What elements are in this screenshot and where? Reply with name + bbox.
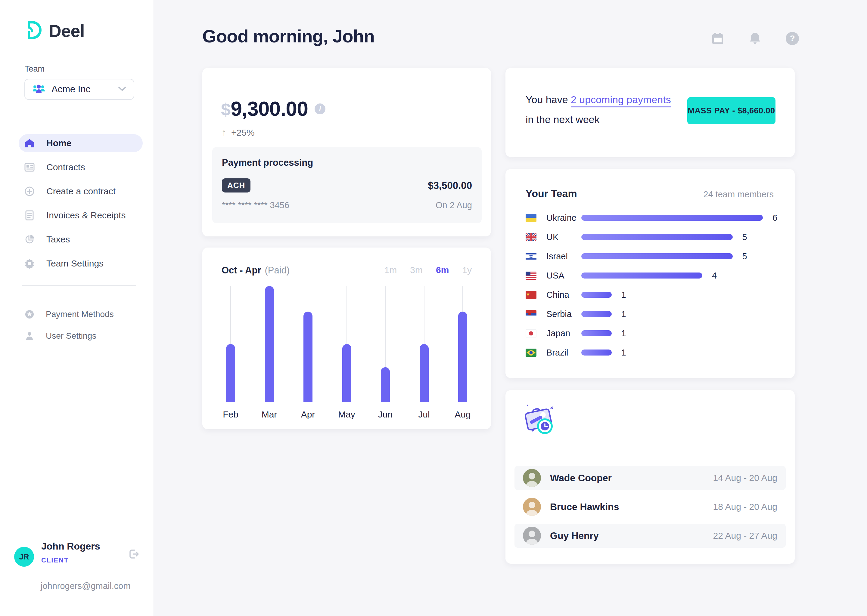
range-6m[interactable]: 6m bbox=[436, 265, 449, 275]
sidebar-item-team-settings[interactable]: Team Settings bbox=[19, 255, 143, 272]
x-axis-labels: Feb Mar Apr May Jun Jul Aug bbox=[221, 409, 472, 420]
x-tick: Jul bbox=[415, 409, 434, 420]
upcoming-payments-text: You have 2 upcoming payments in the next… bbox=[526, 90, 671, 129]
user-name: John Rogers bbox=[41, 541, 100, 552]
bar-column bbox=[376, 286, 395, 402]
country-bar bbox=[581, 234, 733, 240]
country-label: Serbia bbox=[546, 309, 581, 319]
team-members-count: 24 team members bbox=[703, 190, 774, 200]
flag-serbia-icon bbox=[526, 310, 536, 318]
sidebar-item-label: Contracts bbox=[46, 162, 85, 172]
arrow-up-icon: ↑ bbox=[222, 127, 226, 138]
country-bar bbox=[581, 349, 612, 355]
sidebar-item-taxes[interactable]: Taxes bbox=[19, 230, 143, 248]
x-tick: Apr bbox=[298, 409, 318, 420]
team-country-list: Ukraine 6 UK 5 Israel 5 USA 4 bbox=[526, 208, 783, 362]
processing-amount: $3,500.00 bbox=[428, 180, 472, 191]
sidebar: Deel Team Acme Inc Home bbox=[0, 0, 154, 616]
team-country-row: USA 4 bbox=[526, 266, 783, 285]
person-icon bbox=[24, 330, 35, 341]
employee-name: Bruce Hawkins bbox=[550, 501, 619, 512]
time-off-dates: 22 Aug - 27 Aug bbox=[713, 531, 777, 541]
deel-dashboard: Deel Team Acme Inc Home bbox=[0, 0, 867, 616]
country-bar bbox=[581, 253, 733, 259]
time-off-row[interactable]: Bruce Hawkins 18 Aug - 20 Aug bbox=[514, 495, 786, 519]
suitcase-clock-illustration-icon bbox=[523, 402, 555, 438]
time-off-dates: 14 Aug - 20 Aug bbox=[713, 473, 777, 483]
country-bar bbox=[581, 330, 612, 336]
sidebar-item-invoices[interactable]: Invoices & Receipts bbox=[19, 206, 143, 225]
payment-processing-panel: Payment processing ACH $3,500.00 **** **… bbox=[212, 147, 482, 223]
country-bar bbox=[581, 292, 612, 298]
sidebar-item-payment-methods[interactable]: Payment Methods bbox=[24, 305, 154, 323]
text-after-link: in the next week bbox=[526, 114, 600, 125]
star-circle-icon bbox=[24, 309, 35, 320]
country-count: 6 bbox=[772, 213, 777, 223]
currency-symbol: $ bbox=[221, 99, 230, 119]
avatar bbox=[523, 469, 541, 487]
logout-icon[interactable] bbox=[128, 548, 140, 561]
payment-processing-title: Payment processing bbox=[222, 157, 472, 168]
range-1y[interactable]: 1y bbox=[462, 265, 472, 275]
calendar-icon[interactable] bbox=[711, 31, 725, 46]
team-country-row: Serbia 1 bbox=[526, 304, 783, 324]
upcoming-payments-link[interactable]: 2 upcoming payments bbox=[571, 94, 671, 107]
country-label: Israel bbox=[546, 251, 581, 261]
help-icon[interactable]: ? bbox=[785, 31, 799, 46]
mass-pay-button[interactable]: MASS PAY - $8,660.00 bbox=[687, 97, 776, 124]
range-3m[interactable]: 3m bbox=[410, 265, 422, 275]
deel-logo-icon bbox=[25, 20, 44, 41]
team-people-icon bbox=[32, 83, 46, 95]
avatar bbox=[523, 526, 541, 545]
country-label: UK bbox=[546, 232, 581, 242]
chevron-down-icon bbox=[118, 86, 126, 92]
time-off-row[interactable]: Wade Cooper 14 Aug - 20 Aug bbox=[514, 466, 786, 490]
flag-japan-icon bbox=[526, 329, 536, 338]
country-count: 1 bbox=[621, 328, 626, 338]
sidebar-item-home[interactable]: Home bbox=[19, 134, 143, 152]
text-before-link: You have bbox=[526, 94, 568, 105]
sidebar-item-user-settings[interactable]: User Settings bbox=[24, 327, 154, 345]
chart-title-range: Oct - Apr bbox=[222, 265, 261, 276]
delta-row: ↑ +25% bbox=[222, 127, 255, 138]
amount-value: 9,300.00 bbox=[230, 97, 308, 120]
sidebar-item-contracts[interactable]: Contracts bbox=[19, 158, 143, 176]
home-icon bbox=[24, 138, 35, 149]
bar-column bbox=[260, 286, 279, 402]
paid-this-month-card: Paid this month Show last 30 days $ 9,30… bbox=[202, 68, 491, 236]
sidebar-divider bbox=[22, 285, 136, 286]
x-tick: Aug bbox=[453, 409, 472, 420]
sidebar-item-create-contract[interactable]: Create a contract bbox=[19, 182, 143, 200]
paid-history-chart-card: Oct - Apr (Paid) 1m 3m 6m 1y Feb Mar Apr… bbox=[202, 248, 491, 429]
country-label: USA bbox=[546, 271, 581, 281]
sidebar-item-label: User Settings bbox=[46, 331, 96, 341]
x-tick: May bbox=[337, 409, 356, 420]
info-icon[interactable]: i bbox=[315, 104, 325, 114]
x-tick: Mar bbox=[260, 409, 279, 420]
sidebar-item-label: Payment Methods bbox=[46, 310, 114, 319]
bell-icon[interactable] bbox=[748, 31, 762, 46]
flag-uk-icon bbox=[526, 233, 536, 241]
plus-circle-icon bbox=[24, 186, 35, 197]
secondary-nav: Payment Methods User Settings bbox=[0, 305, 154, 345]
flag-usa-icon bbox=[526, 272, 536, 280]
sidebar-item-label: Home bbox=[46, 138, 71, 148]
country-label: Ukraine bbox=[546, 213, 581, 223]
time-off-row[interactable]: Guy Henry 22 Aug - 27 Aug bbox=[514, 524, 786, 548]
header-icons: ? bbox=[711, 31, 799, 46]
pie-chart-icon bbox=[24, 234, 35, 245]
employee-name: Wade Cooper bbox=[550, 473, 612, 484]
primary-nav: Home Contracts Create a contract Invoice… bbox=[0, 134, 154, 278]
bar-column bbox=[415, 286, 434, 402]
invoice-document-icon bbox=[24, 210, 35, 221]
country-bar bbox=[581, 311, 612, 317]
time-off-list: Wade Cooper 14 Aug - 20 Aug Bruce Hawkin… bbox=[514, 466, 786, 553]
country-label: Japan bbox=[546, 328, 581, 338]
avatar bbox=[523, 498, 541, 516]
range-1m[interactable]: 1m bbox=[385, 265, 397, 275]
paid-amount: $ 9,300.00 i bbox=[221, 97, 325, 120]
sidebar-item-label: Team Settings bbox=[46, 258, 104, 269]
team-country-row: Ukraine 6 bbox=[526, 208, 783, 227]
team-selector-dropdown[interactable]: Acme Inc bbox=[24, 79, 134, 100]
avatar[interactable]: JR bbox=[14, 547, 34, 567]
